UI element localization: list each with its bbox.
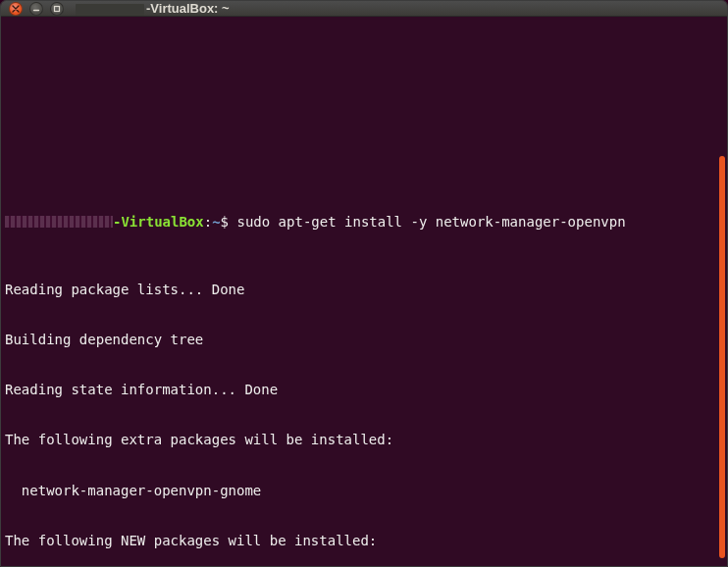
prompt-path: ~	[212, 214, 220, 230]
window-controls	[9, 2, 64, 16]
output-line: The following NEW packages will be insta…	[5, 533, 723, 549]
minimize-icon[interactable]	[29, 2, 43, 16]
window-title: -VirtualBox: ~	[76, 1, 230, 16]
maximize-icon[interactable]	[50, 2, 64, 16]
terminal-window: -VirtualBox: ~ -VirtualBox:~$ sudo apt-g…	[0, 0, 728, 567]
prompt-symbol: $	[221, 214, 229, 230]
output-line: Building dependency tree	[5, 332, 723, 348]
prompt-line-1: -VirtualBox:~$ sudo apt-get install -y n…	[5, 214, 723, 231]
titlebar[interactable]: -VirtualBox: ~	[1, 1, 727, 17]
output-line: The following extra packages will be ins…	[5, 432, 723, 448]
terminal-body[interactable]: -VirtualBox:~$ sudo apt-get install -y n…	[1, 17, 727, 567]
close-icon[interactable]	[9, 2, 23, 16]
output-line: network-manager-openvpn-gnome	[5, 483, 723, 499]
output-line: Reading state information... Done	[5, 382, 723, 398]
redacted-username	[76, 4, 144, 16]
scrollbar[interactable]	[719, 156, 725, 558]
output-line: Reading package lists... Done	[5, 282, 723, 298]
blank-space	[5, 56, 723, 164]
redacted-username	[5, 216, 113, 228]
prompt-host: -VirtualBox	[113, 214, 204, 230]
svg-rect-0	[55, 6, 60, 11]
command-text: sudo apt-get install -y network-manager-…	[236, 214, 625, 230]
